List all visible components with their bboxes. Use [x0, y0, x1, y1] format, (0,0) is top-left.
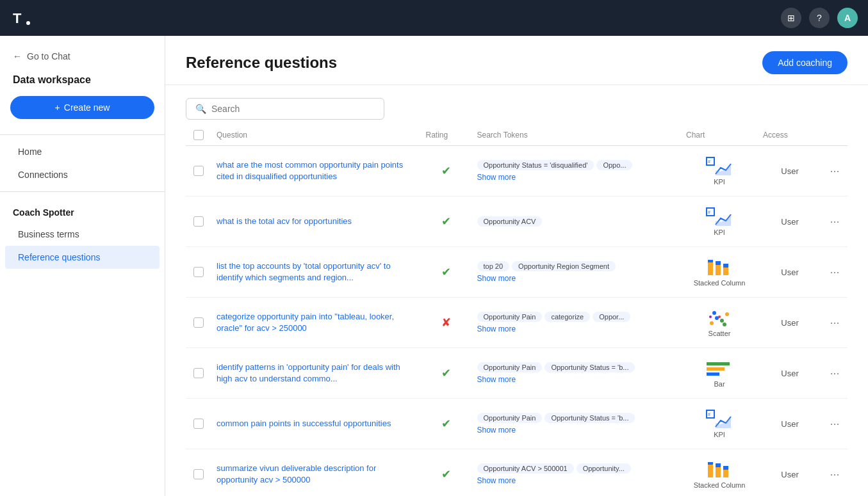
- row3-more-button[interactable]: ···: [826, 263, 844, 281]
- avatar-button[interactable]: A: [837, 8, 858, 28]
- row4-checkbox[interactable]: [193, 317, 204, 328]
- row6-chart-label: KPI: [714, 431, 725, 438]
- svg-rect-33: [723, 470, 728, 477]
- table-row: summarize vivun deliverable description …: [186, 449, 848, 496]
- row4-more-button[interactable]: ···: [826, 314, 844, 332]
- plus-icon: +: [55, 102, 60, 113]
- row1-tokens-cell: Opportunity Status = 'disqualified' Oppo…: [472, 157, 682, 184]
- row7-more-button[interactable]: ···: [826, 465, 844, 483]
- row5-rating-icon: ✔: [441, 366, 451, 380]
- sidebar-item-business-terms[interactable]: Business terms: [5, 223, 160, 246]
- svg-point-15: [710, 321, 714, 325]
- grid-button[interactable]: ⊞: [781, 8, 801, 28]
- row5-more-button[interactable]: ···: [826, 364, 844, 382]
- create-new-button[interactable]: + Create new: [10, 96, 154, 119]
- svg-rect-34: [723, 466, 728, 470]
- row3-checkbox-cell: [186, 264, 211, 280]
- row4-token-wrap: Opportunity Pain categorize Oppor...: [477, 312, 631, 322]
- row6-access-text: User: [781, 419, 798, 429]
- svg-text:#: #: [708, 210, 710, 214]
- go-to-chat-link[interactable]: ← Go to Chat: [0, 46, 165, 67]
- select-all-checkbox[interactable]: [193, 130, 204, 140]
- row6-more-button[interactable]: ···: [826, 415, 844, 433]
- row3-show-more[interactable]: Show more: [477, 274, 516, 283]
- row4-show-more[interactable]: Show more: [477, 324, 516, 333]
- svg-point-17: [720, 319, 724, 323]
- row6-tokens-cell: Opportunity Pain Opportunity Status = 'b…: [472, 410, 682, 437]
- row2-question-cell: what is the total acv for opportunities: [211, 213, 421, 230]
- row3-rating-cell: ✔: [421, 262, 472, 282]
- help-button[interactable]: ?: [809, 8, 830, 28]
- row1-rating-icon: ✔: [441, 164, 451, 178]
- search-input[interactable]: [211, 104, 375, 114]
- row7-question-link[interactable]: summarize vivun deliverable description …: [217, 463, 416, 486]
- select-all-header: [186, 130, 211, 140]
- row4-checkbox-cell: [186, 315, 211, 330]
- row4-chart-cell: Scatter: [681, 303, 758, 342]
- row2-token-1: Opportunity ACV: [477, 216, 543, 227]
- row5-checkbox[interactable]: [193, 368, 204, 378]
- row4-chart: Scatter: [703, 305, 736, 340]
- svg-rect-24: [707, 367, 725, 371]
- sidebar-item-home[interactable]: Home: [5, 140, 160, 163]
- row2-chart: # KPI: [703, 204, 736, 239]
- row7-token-wrap: Opportunity ACV > 500001 Opportunity...: [477, 463, 631, 474]
- bar-chart-icon: [705, 358, 733, 379]
- row1-chart: # KPI: [703, 154, 736, 188]
- row5-show-more[interactable]: Show more: [477, 375, 516, 384]
- row2-question-link[interactable]: what is the total acv for opportunities: [217, 216, 352, 227]
- row2-actions-cell: ···: [822, 210, 848, 233]
- sidebar-divider-1: [0, 134, 165, 135]
- row6-show-more[interactable]: Show more: [477, 426, 516, 435]
- row3-token-1: top 20: [477, 261, 510, 271]
- page-title: Reference questions: [186, 54, 337, 72]
- row1-more-button[interactable]: ···: [826, 162, 844, 180]
- row5-question-link[interactable]: identify patterns in 'opportunity pain' …: [217, 362, 416, 385]
- row6-question-link[interactable]: common pain points in successful opportu…: [217, 418, 391, 429]
- row1-checkbox[interactable]: [193, 166, 204, 176]
- row4-actions-cell: ···: [822, 311, 848, 334]
- workspace-title: Data workspace: [0, 69, 165, 96]
- table-row: common pain points in successful opportu…: [186, 399, 848, 449]
- row2-checkbox-cell: [186, 214, 211, 229]
- row7-token-2: Opportunity...: [577, 463, 631, 474]
- logo-icon: T: [10, 5, 36, 31]
- row2-more-button[interactable]: ···: [826, 212, 844, 230]
- row3-question-link[interactable]: list the top accounts by 'total opportun…: [217, 260, 416, 284]
- row2-chart-cell: # KPI: [681, 202, 758, 241]
- row6-checkbox[interactable]: [193, 419, 204, 429]
- row7-show-more[interactable]: Show more: [477, 476, 516, 485]
- row3-checkbox[interactable]: [193, 267, 204, 277]
- topnav-actions: ⊞ ? A: [781, 8, 858, 28]
- row7-checkbox[interactable]: [193, 469, 204, 479]
- row7-token-1: Opportunity ACV > 500001: [477, 463, 574, 474]
- add-coaching-button[interactable]: Add coaching: [762, 51, 848, 74]
- row3-chart: Stacked Column: [691, 255, 748, 289]
- row4-access-text: User: [781, 318, 798, 328]
- row2-checkbox[interactable]: [193, 216, 204, 227]
- row5-question-cell: identify patterns in 'opportunity pain' …: [211, 359, 421, 387]
- row1-question-link[interactable]: what are the most common opportunity pai…: [217, 159, 416, 182]
- grid-icon: ⊞: [787, 13, 795, 23]
- row1-access-text: User: [781, 166, 798, 176]
- row5-token-wrap: Opportunity Pain Opportunity Status = 'b…: [477, 362, 635, 372]
- row1-show-more[interactable]: Show more: [477, 173, 516, 182]
- row7-actions-cell: ···: [822, 463, 848, 486]
- row7-chart-cell: Stacked Column: [681, 454, 758, 494]
- svg-rect-31: [716, 467, 721, 477]
- row6-chart: # KPI: [703, 406, 736, 441]
- row5-chart: Bar: [703, 356, 736, 390]
- table-row: what is the total acv for opportunities …: [186, 196, 848, 247]
- row5-chart-cell: Bar: [681, 353, 758, 393]
- row2-rating-icon: ✔: [441, 214, 451, 228]
- row2-token-wrap: Opportunity ACV: [477, 216, 543, 227]
- sidebar-item-reference-questions[interactable]: Reference questions: [5, 246, 160, 269]
- sidebar-item-connections[interactable]: Connections: [5, 163, 160, 186]
- search-bar-container: 🔍: [186, 98, 384, 120]
- svg-point-22: [709, 316, 712, 318]
- row5-chart-label: Bar: [714, 380, 725, 388]
- row5-access-text: User: [781, 369, 798, 378]
- row4-question-link[interactable]: categorize opportunity pain into "tablea…: [217, 311, 416, 334]
- row1-token-2: Oppo...: [596, 160, 632, 170]
- table-header: Question Rating Search Tokens Chart Acce…: [186, 125, 848, 146]
